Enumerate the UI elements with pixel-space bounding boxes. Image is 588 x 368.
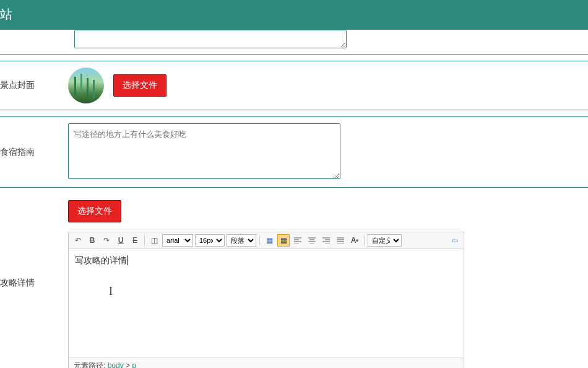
top-textarea[interactable] bbox=[74, 30, 347, 48]
cover-upload-button[interactable]: 选择文件 bbox=[113, 74, 166, 97]
underline-button[interactable]: U bbox=[115, 234, 127, 247]
page-header: 站 bbox=[0, 0, 588, 29]
undo-button[interactable]: ↶ bbox=[72, 234, 84, 247]
separator bbox=[259, 235, 260, 245]
removeformat-button[interactable]: ◫ bbox=[148, 234, 160, 247]
table-button[interactable]: ▦ bbox=[263, 234, 275, 247]
separator bbox=[144, 235, 145, 245]
alignleft-button[interactable] bbox=[292, 234, 304, 247]
path-body[interactable]: body bbox=[108, 361, 124, 368]
alignjustify-button[interactable] bbox=[334, 234, 347, 247]
guide-textarea[interactable] bbox=[68, 123, 340, 179]
fontcolor-button[interactable]: A▾ bbox=[348, 234, 361, 247]
bgfill-button[interactable]: ▦ bbox=[277, 234, 290, 247]
rich-editor: ↶ B ↷ U E ◫ arial 16px 段落 ▦ ▦ A▾ 自定义标题 bbox=[68, 232, 464, 368]
row-cover: 景点封面 选择文件 bbox=[0, 61, 588, 110]
row-unknown-top bbox=[0, 29, 588, 55]
row-detail: 攻略详情 选择文件 ↶ B ↷ U E ◫ arial 16px 段落 ▦ ▦ bbox=[0, 194, 588, 368]
editor-content[interactable]: 写攻略的详情 I bbox=[69, 249, 464, 357]
editor-text: 写攻略的详情 bbox=[75, 255, 128, 265]
alignright-button[interactable] bbox=[320, 234, 332, 247]
paragraph-select[interactable]: 段落 bbox=[227, 234, 256, 247]
row-guide: 食宿指南 bbox=[0, 116, 588, 188]
element-path: 元素路径: body > p bbox=[69, 357, 464, 368]
aligncenter-button[interactable] bbox=[306, 234, 318, 247]
redo-button[interactable]: ↷ bbox=[100, 234, 113, 247]
detail-label: 攻略详情 bbox=[0, 194, 62, 368]
editor-toolbar: ↶ B ↷ U E ◫ arial 16px 段落 ▦ ▦ A▾ 自定义标题 bbox=[69, 232, 464, 249]
customtitle-select[interactable]: 自定义标题 bbox=[368, 234, 402, 247]
cover-label: 景点封面 bbox=[0, 80, 62, 91]
path-label: 元素路径: bbox=[74, 361, 105, 368]
fullscreen-button[interactable]: ▭ bbox=[448, 234, 460, 247]
font-select[interactable]: arial bbox=[162, 234, 193, 247]
guide-label: 食宿指南 bbox=[0, 147, 62, 158]
path-p[interactable]: p bbox=[132, 361, 136, 368]
header-title: 站 bbox=[0, 7, 12, 21]
detail-upload-button[interactable]: 选择文件 bbox=[68, 200, 121, 222]
fontsize-select[interactable]: 16px bbox=[195, 234, 225, 247]
text-cursor-icon: I bbox=[109, 285, 491, 298]
cover-thumbnail bbox=[68, 68, 104, 103]
separator bbox=[364, 235, 365, 245]
bold-button[interactable]: B bbox=[86, 234, 98, 247]
strikethrough-button[interactable]: E bbox=[129, 234, 141, 247]
